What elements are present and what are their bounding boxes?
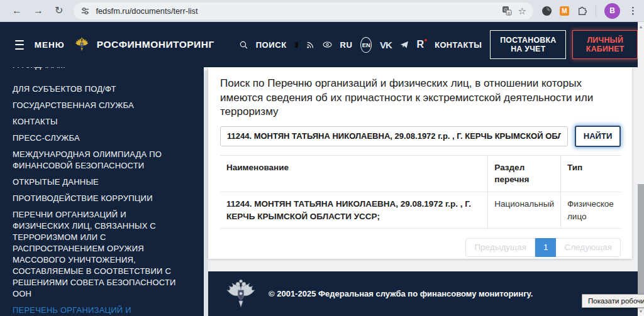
sidebar-scrollbar[interactable] — [204, 70, 208, 316]
site-title[interactable]: РОСФИНМОНИТОРИНГ — [97, 39, 214, 50]
page-title: Поиск по Перечню организаций и физически… — [220, 77, 621, 119]
search-panel: Поиск по Перечню организаций и физически… — [208, 67, 632, 259]
toolbar-divider — [596, 5, 596, 16]
pagination: Предыдущая 1 Следующая — [220, 238, 621, 257]
results-table: Наименование Раздел перечня Тип 11244. М… — [220, 155, 621, 229]
sidebar-item-contacts[interactable]: КОНТАКТЫ — [13, 114, 185, 130]
browser-menu-icon[interactable]: ⋮ — [628, 5, 638, 16]
table-header-row: Наименование Раздел перечня Тип — [220, 155, 621, 192]
table-row[interactable]: 11244. МОНТЯН ТАТЬЯНА НИКОЛАЕВНА, 29.08.… — [220, 192, 621, 228]
header-name: Наименование — [220, 155, 488, 192]
page-scrollbar[interactable]: ▲ ▼ — [638, 22, 644, 316]
reload-icon[interactable]: ↻ — [55, 6, 63, 16]
sidebar-nav: ГРАЖДАНАМ ДЛЯ СУБЪЕКТОВ ПОД/ФТ ГОСУДАРСТ… — [0, 67, 204, 316]
extensions-puzzle-icon[interactable] — [577, 6, 587, 16]
forward-icon[interactable]: → — [33, 6, 43, 16]
scrollbar-down-icon[interactable]: ▼ — [638, 308, 644, 315]
svg-text:a: a — [508, 11, 510, 15]
bookmark-star-icon[interactable]: ☆ — [518, 6, 526, 16]
pagination-previous[interactable]: Предыдущая — [465, 238, 535, 257]
adblock-extension-icon[interactable] — [542, 6, 552, 16]
rss-icon[interactable] — [306, 39, 314, 51]
url-text[interactable]: fedsfm.ru/documents/terr-list — [96, 6, 501, 16]
sidebar-item-anticorruption[interactable]: ПРОТИВОДЕЙСТВИЕ КОРРУПЦИИ — [13, 190, 185, 207]
cell-section: Национальный — [488, 192, 561, 228]
sidebar-item-terror-list[interactable]: ПЕРЕЧЕНЬ ОРГАНИЗАЦИЙ И ФИЗИЧЕСКИХ ЛИЦ, В… — [13, 302, 185, 316]
personal-account-button[interactable]: ЛИЧНЫЙ КАБИНЕТ — [572, 30, 637, 59]
header-section: Раздел перечня — [488, 155, 561, 192]
browser-toolbar: ← → ↻ fedsfm.ru/documents/terr-list G a … — [0, 0, 644, 22]
cell-type: Физическое лицо — [560, 192, 621, 228]
find-button[interactable]: НАЙТИ — [575, 126, 621, 147]
search-button[interactable]: ПОИСК — [256, 40, 287, 50]
sidebar-item-open-data[interactable]: ОТКРЫТЫЕ ДАННЫЕ — [13, 174, 185, 190]
vk-icon[interactable]: VK — [380, 40, 392, 50]
lang-en[interactable]: EN — [360, 37, 372, 53]
telegram-icon[interactable] — [400, 39, 409, 50]
accessibility-eye-icon[interactable] — [323, 40, 332, 49]
sidebar-item-aml-subjects[interactable]: ДЛЯ СУБЪЕКТОВ ПОД/ФТ — [13, 81, 185, 97]
footer-eagle-logo — [225, 276, 257, 312]
site-settings-icon[interactable] — [80, 6, 90, 16]
search-input[interactable] — [220, 126, 568, 146]
pagination-next[interactable]: Следующая — [556, 238, 621, 257]
sidebar-item-un-lists[interactable]: ПЕРЕЧНИ ОРГАНИЗАЦИЙ И ФИЗИЧЕСКИХ ЛИЦ, СВ… — [13, 207, 185, 302]
profile-avatar[interactable]: B — [604, 3, 620, 19]
sidebar-item-olympiad[interactable]: МЕЖДУНАРОДНАЯ ОЛИМПИАДА ПО ФИНАНСОВОЙ БЕ… — [13, 146, 185, 174]
scrollbar-thumb[interactable] — [638, 184, 644, 297]
sidebar-item-citizens[interactable]: ГРАЖДАНАМ — [13, 67, 185, 74]
rosfinmonitoring-logo[interactable] — [74, 28, 89, 61]
browser-extensions-area: M B ⋮ — [542, 3, 638, 19]
translate-icon[interactable]: G a — [502, 6, 512, 16]
contacts-link[interactable]: КОНТАКТЫ — [435, 40, 482, 50]
menu-button[interactable]: МЕНЮ — [35, 40, 65, 50]
cell-name: 11244. МОНТЯН ТАТЬЯНА НИКОЛАЕВНА, 29.08.… — [220, 192, 488, 228]
hamburger-menu-icon[interactable] — [15, 40, 24, 50]
sidebar-item-press[interactable]: ПРЕСС-СЛУЖБА — [13, 130, 185, 146]
rutube-icon[interactable]: R — [417, 39, 427, 50]
header-type: Тип — [560, 155, 621, 192]
back-icon[interactable]: ← — [12, 6, 22, 16]
sidebar-item-civil-service[interactable]: ГОСУДАРСТВЕННАЯ СЛУЖБА — [13, 97, 185, 114]
scrollbar-up-icon[interactable]: ▲ — [638, 23, 644, 31]
pagination-page-1[interactable]: 1 — [535, 238, 557, 257]
lang-ru[interactable]: RU — [340, 40, 353, 50]
site-footer: © 2001-2025 Федеральная служба по финанс… — [208, 271, 638, 316]
show-desktop-tooltip: Показати робочий стіл — [582, 294, 644, 308]
search-icon[interactable] — [240, 39, 248, 51]
text-cursor-artifact — [295, 42, 298, 48]
site-header: МЕНЮ РОСФИНМОНИТОРИНГ ПОИСК RU EN VK — [0, 22, 638, 67]
copyright-text: © 2001-2025 Федеральная служба по финанс… — [269, 289, 533, 298]
registration-button[interactable]: ПОСТАНОВКА НА УЧЕТ — [490, 30, 566, 59]
address-bar[interactable]: fedsfm.ru/documents/terr-list G a ☆ — [74, 3, 533, 19]
m-extension-icon[interactable]: M — [560, 6, 569, 16]
